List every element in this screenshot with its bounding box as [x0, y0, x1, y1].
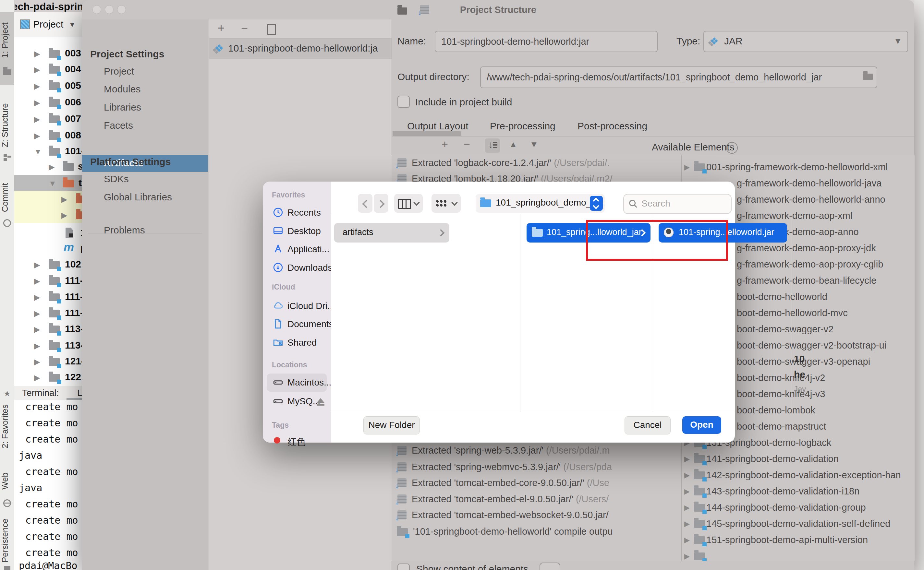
tree-row[interactable]: ▶121- [14, 353, 82, 369]
tree-row[interactable]: ▶008 [14, 127, 82, 144]
sidebar-item-tag-red[interactable]: 红色 [263, 432, 331, 449]
nav-item-global-libraries[interactable]: Global Libraries [104, 192, 172, 203]
current-folder-dropdown[interactable]: 101_springboot_demo_h... [476, 194, 605, 213]
secondary-checkbox[interactable] [540, 562, 560, 570]
sidebar-item-recents[interactable]: Recents [263, 204, 331, 221]
available-element-row[interactable]: ▶151-springboot-demo-api-multi-version [681, 532, 915, 548]
column-view-button[interactable] [394, 194, 423, 213]
tree-row[interactable]: ▼101- [14, 143, 82, 159]
available-element-row[interactable]: ▶143-springboot-demo-validation-i18n [681, 483, 915, 500]
sidebar-item-icloud-drive[interactable]: iCloud Dri... [263, 298, 331, 314]
sidebar-tab-structure[interactable]: Z: Structure [0, 99, 14, 151]
tree-row[interactable]: ▶ [14, 191, 82, 207]
cancel-button[interactable]: Cancel [625, 416, 671, 434]
tree-row[interactable]: ▶007 [14, 111, 82, 127]
nav-item-sdks[interactable]: SDKs [104, 173, 129, 184]
tab-post-processing[interactable]: Post-processing [577, 121, 647, 132]
tree-row[interactable]: ▶ [14, 207, 82, 223]
tree-row[interactable]: ▶113- [14, 321, 82, 337]
sidebar-tab-web[interactable]: Web [0, 465, 14, 497]
output-directory-field[interactable] [480, 66, 877, 88]
sidebar-item-macintosh-hd[interactable]: Macintos... [263, 374, 331, 391]
browse-folder-icon[interactable] [863, 74, 873, 80]
tree-row[interactable]: ▶111- [14, 273, 82, 289]
tree-row[interactable]: ▶006 [14, 94, 82, 110]
nav-item-libraries[interactable]: Libraries [104, 102, 141, 113]
nav-item-modules[interactable]: Modules [104, 84, 140, 95]
terminal-tab-local[interactable]: L [77, 388, 83, 398]
tree-row[interactable]: 1 [14, 225, 82, 241]
jar-archive-icon[interactable] [420, 3, 429, 15]
show-content-checkbox[interactable] [398, 564, 410, 570]
picker-forward-button[interactable] [374, 194, 388, 213]
move-up-button[interactable]: ▲ [509, 139, 517, 149]
tree-row[interactable]: ▶005 [14, 78, 82, 94]
help-icon[interactable]: ? [726, 142, 738, 154]
layout-tree-row[interactable]: Extracted 'spring-webmvc-5.3.9.jar/' (/U… [391, 459, 681, 475]
copy-artifact-button[interactable] [267, 24, 276, 35]
include-in-build-checkbox[interactable] [398, 96, 410, 108]
sidebar-item-mysql-volume[interactable]: MySQ... [263, 393, 331, 410]
output-directory-input[interactable] [487, 67, 851, 87]
tab-output-layout[interactable]: Output Layout [407, 121, 468, 132]
name-input[interactable] [441, 31, 645, 52]
sidebar-tab-persistence[interactable]: Persistence [0, 514, 14, 567]
add-element-button[interactable]: + [442, 138, 448, 150]
layout-tree-row[interactable]: Extracted 'logback-core-1.2.4.jar/' (/Us… [391, 155, 681, 171]
new-folder-icon[interactable] [398, 3, 407, 15]
sort-button[interactable]: ↓ [485, 138, 500, 153]
layout-tree-row[interactable]: Extracted 'tomcat-embed-core-9.0.50.jar/… [391, 475, 681, 491]
sidebar-tab-project[interactable]: 1: Project [0, 15, 14, 65]
available-element-row[interactable]: ▶141-springboot-demo-validation [681, 451, 915, 467]
tree-row[interactable]: ▶122 [14, 369, 82, 386]
sidebar-item-applications[interactable]: Applicati... [263, 241, 331, 258]
picker-back-button[interactable] [358, 194, 373, 213]
remove-element-button[interactable]: − [464, 138, 470, 150]
tree-row[interactable]: ▶111- [14, 305, 82, 321]
nav-item-problems[interactable]: Problems [104, 225, 145, 236]
open-button[interactable]: Open [682, 416, 721, 434]
column-item-artifacts[interactable]: artifacts [334, 223, 449, 242]
tree-row-selected[interactable]: ▼t [14, 175, 82, 191]
tree-row[interactable]: ▶s [14, 159, 82, 175]
search-input[interactable] [641, 195, 726, 213]
available-element-row[interactable]: ▶001-spring-framework-demo-helloworld-xm… [681, 159, 915, 175]
tree-row[interactable]: ▶111- [14, 289, 82, 305]
layout-tree-row[interactable]: Extracted 'tomcat-embed-el-9.0.50.jar/' … [391, 491, 681, 507]
nav-item-project[interactable]: Project [104, 66, 134, 77]
sidebar-tab-commit[interactable]: Commit [0, 178, 14, 217]
tree-row[interactable]: ▶004 [14, 61, 82, 78]
search-field[interactable] [623, 194, 732, 214]
sidebar-item-shared[interactable]: Shared [263, 334, 331, 351]
tree-row[interactable]: mp [14, 240, 82, 256]
remove-artifact-button[interactable]: − [241, 21, 248, 35]
tree-row[interactable]: ▶113- [14, 337, 82, 354]
tree-row[interactable]: ▶102 [14, 256, 82, 273]
terminal-output[interactable]: create mo create mo create mo java creat… [14, 400, 82, 570]
project-view-selector[interactable]: Project [33, 19, 63, 30]
folder-stepper[interactable] [590, 196, 603, 211]
layout-tree-row[interactable]: Extracted 'tomcat-embed-websocket-9.0.50… [391, 507, 681, 523]
available-element-row[interactable]: ▶144-springboot-demo-validation-group [681, 500, 915, 516]
available-element-row[interactable]: ▶145-springboot-demo-validation-self-def… [681, 516, 915, 532]
sidebar-item-documents[interactable]: Documents [263, 316, 331, 332]
chevron-down-icon[interactable]: ▾ [70, 20, 74, 29]
available-element-row-partial[interactable]: ▶ [681, 548, 915, 561]
move-down-button[interactable]: ▼ [530, 139, 538, 149]
eject-icon[interactable] [317, 398, 324, 403]
type-dropdown[interactable]: ❖ JAR ▾ [703, 31, 908, 52]
layout-tree-row[interactable]: '101-springboot-demo-helloworld' compile… [391, 524, 681, 540]
artifact-row-selected[interactable]: ❖ 101-springboot-demo-helloworld:ja [209, 39, 391, 59]
nav-item-facets[interactable]: Facets [104, 120, 133, 131]
sidebar-item-downloads[interactable]: Downloads [263, 259, 331, 276]
sidebar-item-desktop[interactable]: Desktop [263, 223, 331, 240]
icon-view-button[interactable] [431, 194, 461, 213]
add-artifact-button[interactable]: + [218, 21, 224, 35]
tree-row[interactable]: ▶003 [14, 45, 82, 61]
available-element-row[interactable]: ▶142-springboot-demo-validation-exceptio… [681, 467, 915, 483]
name-field[interactable] [435, 31, 658, 52]
new-folder-button[interactable]: New Folder [363, 416, 420, 434]
tab-pre-processing[interactable]: Pre-processing [490, 121, 556, 132]
sidebar-tab-favorites[interactable]: 2: Favorites [0, 401, 14, 452]
layout-tree-row[interactable]: Extracted 'spring-web-5.3.9.jar/' (/User… [391, 443, 681, 459]
